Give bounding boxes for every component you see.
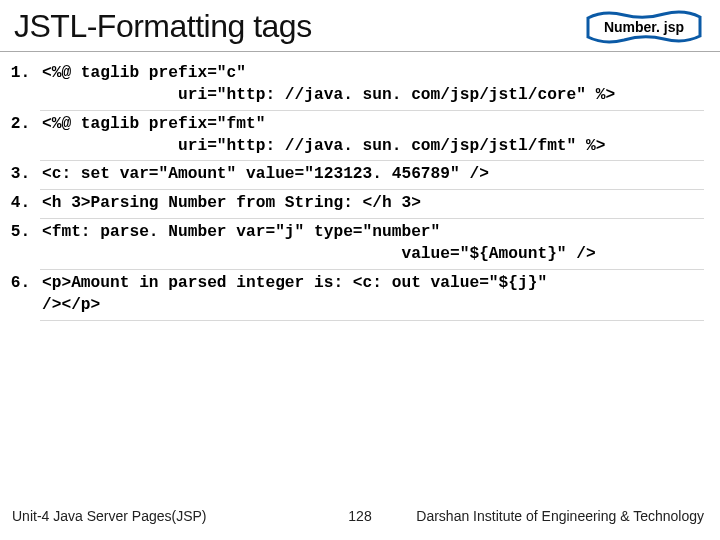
code-line: <%@ taglib prefix="c" uri="http: //java.… [40,60,704,111]
footer-right: Darshan Institute of Engineering & Techn… [416,508,704,524]
code-line: <p>Amount in parsed integer is: <c: out … [40,270,704,321]
slide-footer: Unit-4 Java Server Pages(JSP) 128 Darsha… [0,498,720,540]
code-area: <%@ taglib prefix="c" uri="http: //java.… [0,52,720,321]
file-badge: Number. jsp [586,10,702,44]
code-line: <%@ taglib prefix="fmt" uri="http: //jav… [40,111,704,162]
page-number: 128 [348,508,371,524]
footer-left: Unit-4 Java Server Pages(JSP) [12,508,207,524]
slide-header: JSTL-Formatting tags Number. jsp [0,0,720,52]
code-line: <h 3>Parsing Number from String: </h 3> [40,190,704,219]
slide-title: JSTL-Formatting tags [14,8,312,45]
code-list: <%@ taglib prefix="c" uri="http: //java.… [16,60,704,321]
code-line: <c: set var="Amount" value="123123. 4567… [40,161,704,190]
slide: JSTL-Formatting tags Number. jsp <%@ tag… [0,0,720,540]
file-badge-label: Number. jsp [604,19,684,35]
code-line: <fmt: parse. Number var="j" type="number… [40,219,704,270]
